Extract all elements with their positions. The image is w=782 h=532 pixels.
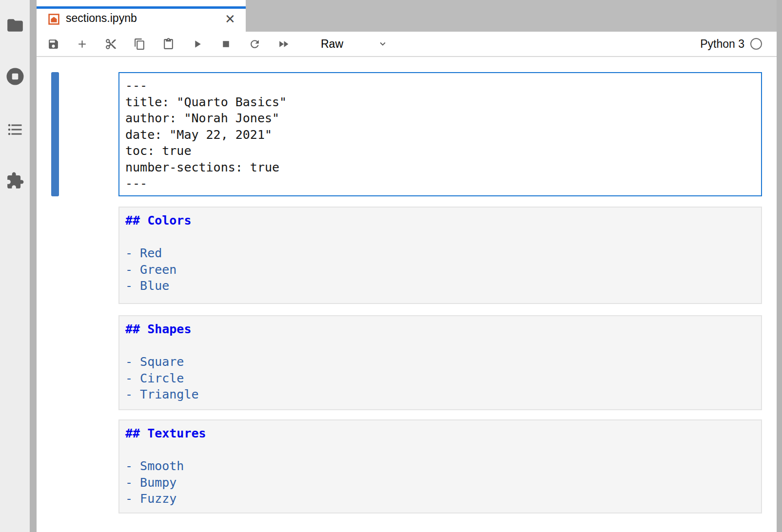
markdown-header: ## Colors xyxy=(125,212,755,229)
kernel-name[interactable]: Python 3 xyxy=(700,38,744,51)
tab-title: sections.ipynb xyxy=(66,12,137,25)
running-kernels-icon[interactable] xyxy=(5,66,25,87)
dock-tab-bar: sections.ipynb ✕ xyxy=(37,0,777,32)
raw-cell-yaml-frontmatter[interactable]: --- title: "Quarto Basics" author: "Nora… xyxy=(118,72,762,196)
copy-cells-button[interactable] xyxy=(134,38,146,50)
tab-sections-ipynb[interactable]: sections.ipynb ✕ xyxy=(37,0,246,32)
notebook-icon xyxy=(47,13,60,26)
raw-cell-line: date: "May 22, 2021" xyxy=(125,127,755,143)
markdown-list-item: - Blue xyxy=(125,278,755,294)
cell-type-dropdown[interactable]: Raw xyxy=(321,38,388,51)
markdown-cell-shapes[interactable]: ## Shapes - Square - Circle - Triangle xyxy=(118,315,762,410)
save-button[interactable] xyxy=(47,38,59,50)
restart-kernel-button[interactable] xyxy=(249,38,261,50)
extensions-icon[interactable] xyxy=(6,171,24,190)
blank-line xyxy=(125,229,755,246)
kernel-status-icon[interactable] xyxy=(750,38,762,50)
window-right-edge xyxy=(777,0,782,532)
interrupt-kernel-button[interactable] xyxy=(220,38,232,50)
close-icon[interactable]: ✕ xyxy=(222,11,238,27)
notebook-toolbar: Raw Python 3 xyxy=(37,32,777,57)
markdown-cell-colors[interactable]: ## Colors - Red - Green - Blue xyxy=(118,207,762,304)
table-of-contents-icon[interactable] xyxy=(6,121,24,138)
paste-cells-button[interactable] xyxy=(162,38,175,50)
markdown-header: ## Shapes xyxy=(125,321,755,338)
markdown-list-item: - Bumpy xyxy=(125,475,755,491)
jupyterlab-window: sections.ipynb ✕ xyxy=(0,0,782,532)
sidebar-divider[interactable] xyxy=(30,0,37,532)
folder-icon[interactable] xyxy=(6,18,24,33)
markdown-list-item: - Square xyxy=(125,354,755,370)
notebook-panel: --- title: "Quarto Basics" author: "Nora… xyxy=(37,57,777,532)
cell-type-selected-value: Raw xyxy=(321,38,343,51)
markdown-header: ## Textures xyxy=(125,425,755,442)
raw-cell-line: toc: true xyxy=(125,143,755,159)
chevron-down-icon xyxy=(377,38,388,49)
markdown-list-item: - Triangle xyxy=(125,386,755,403)
active-tab-accent xyxy=(37,6,246,9)
run-cell-button[interactable] xyxy=(191,38,203,50)
markdown-cell-textures[interactable]: ## Textures - Smooth - Bumpy - Fuzzy xyxy=(118,419,762,513)
markdown-list-item: - Circle xyxy=(125,370,755,387)
blank-line xyxy=(125,338,755,354)
activity-sidebar xyxy=(0,0,30,532)
raw-cell-line: --- xyxy=(125,77,755,94)
cut-cells-button[interactable] xyxy=(105,38,117,50)
markdown-list-item: - Fuzzy xyxy=(125,491,755,507)
markdown-list-item: - Red xyxy=(125,245,755,262)
blank-line xyxy=(125,442,755,458)
raw-cell-line: title: "Quarto Basics" xyxy=(125,94,755,111)
raw-cell-line: author: "Norah Jones" xyxy=(125,110,755,127)
run-all-cells-button[interactable] xyxy=(277,38,290,50)
active-cell-collapser[interactable] xyxy=(51,72,59,196)
raw-cell-line: --- xyxy=(125,175,755,192)
markdown-list-item: - Smooth xyxy=(125,458,755,475)
add-cell-button[interactable] xyxy=(76,38,88,50)
markdown-list-item: - Green xyxy=(125,262,755,278)
raw-cell-line: number-sections: true xyxy=(125,159,755,176)
